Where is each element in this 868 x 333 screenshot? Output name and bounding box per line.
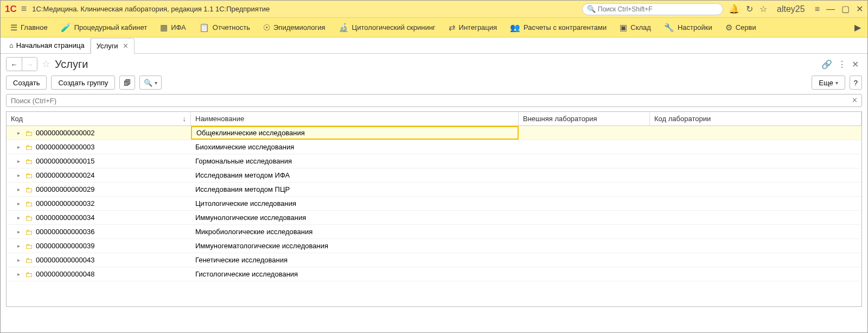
tab-services[interactable]: Услуги ✕ <box>91 38 135 54</box>
menu-cytology[interactable]: 🔬Цитологический скрининг <box>332 18 442 37</box>
menu-warehouse[interactable]: ▣Склад <box>613 18 658 37</box>
maximize-icon[interactable]: ▢ <box>841 4 850 14</box>
expand-icon[interactable]: ▸ <box>17 229 22 235</box>
nav-forward-button[interactable]: → <box>22 58 37 71</box>
menu-reports[interactable]: 📋Отчетность <box>193 18 257 37</box>
favorite-icon[interactable]: ☆ <box>42 58 50 70</box>
column-code[interactable]: Код ↓ <box>7 112 191 125</box>
cell-ext-lab <box>519 211 650 224</box>
cell-lab-code <box>650 154 861 168</box>
nav-back-button[interactable]: ← <box>7 58 22 71</box>
code-text: 000000000000043 <box>36 256 94 264</box>
close-window-icon[interactable]: ✕ <box>856 4 863 14</box>
filter-icon[interactable]: ≡ <box>815 4 820 14</box>
tab-home-label: Начальная страница <box>16 41 85 49</box>
table-row[interactable]: ▸🗀000000000000003Биохимические исследова… <box>7 140 861 154</box>
more-button[interactable]: Еще▾ <box>812 76 845 90</box>
star-icon[interactable]: ☆ <box>760 4 767 14</box>
expand-icon[interactable]: ▸ <box>17 186 22 192</box>
kebab-icon[interactable]: ⋮ <box>838 59 846 70</box>
folder-icon: 🗀 <box>25 270 33 279</box>
expand-icon[interactable]: ▸ <box>17 271 22 277</box>
code-text: 000000000000015 <box>36 157 94 165</box>
cell-code: ▸🗀000000000000029 <box>7 183 191 196</box>
expand-icon[interactable]: ▸ <box>17 200 22 206</box>
cell-code: ▸🗀000000000000002 <box>7 126 191 140</box>
expand-icon[interactable]: ▸ <box>17 130 22 136</box>
table-row[interactable]: ▸🗀000000000000043Генетические исследован… <box>7 253 861 267</box>
expand-icon[interactable]: ▸ <box>17 172 22 178</box>
boxes-icon: ▣ <box>620 23 627 33</box>
cell-ext-lab <box>519 183 650 196</box>
tab-home[interactable]: ⌂ Начальная страница <box>4 37 91 53</box>
code-text: 000000000000039 <box>36 242 94 250</box>
menu-scroll-right-icon[interactable]: ▶ <box>851 22 864 33</box>
expand-icon[interactable]: ▸ <box>17 144 22 150</box>
global-search[interactable]: 🔍 <box>582 3 723 15</box>
cell-ext-lab <box>519 197 650 210</box>
cell-lab-code <box>650 211 861 224</box>
cell-lab-code <box>650 225 861 238</box>
column-ext-lab[interactable]: Внешняя лаборатория <box>519 112 650 125</box>
table-row[interactable]: ▸🗀000000000000029Исследования методом ПЦ… <box>7 183 861 197</box>
username-label[interactable]: altey25 <box>777 4 805 14</box>
close-page-icon[interactable]: ✕ <box>852 59 859 70</box>
menu-procedure[interactable]: 🧪Процедурный кабинет <box>54 18 154 37</box>
expand-icon[interactable]: ▸ <box>17 257 22 263</box>
cell-ext-lab <box>519 126 650 140</box>
target-icon: ☉ <box>263 23 270 33</box>
table-row[interactable]: ▸🗀000000000000024Исследования методом ИФ… <box>7 168 861 183</box>
cell-name: Иммуногематологические исследования <box>191 239 519 253</box>
create-group-button[interactable]: Создать группу <box>51 76 115 90</box>
menu-service[interactable]: ⚙Серви <box>719 18 763 37</box>
column-name[interactable]: Наименование <box>191 112 519 125</box>
link-icon[interactable]: 🔗 <box>821 59 832 70</box>
table-row[interactable]: ▸🗀000000000000002Общеклинические исследо… <box>7 126 861 140</box>
cell-lab-code <box>650 267 861 281</box>
home-icon: ⌂ <box>9 41 14 49</box>
menu-integration[interactable]: ⇄Интеграция <box>442 18 504 37</box>
column-lab-code[interactable]: Код лаборатории <box>650 112 861 125</box>
clear-filter-icon[interactable]: ✕ <box>852 96 858 104</box>
expand-icon[interactable]: ▸ <box>17 243 22 249</box>
title-actions: 🔔 ↻ ☆ altey25 ≡ — ▢ ✕ <box>729 4 863 14</box>
cell-name: Общеклинические исследования <box>191 126 519 140</box>
menu-ifa[interactable]: ▦ИФА <box>154 18 193 37</box>
menu-main[interactable]: ☰Главное <box>4 18 54 37</box>
bell-icon[interactable]: 🔔 <box>729 4 739 14</box>
table-row[interactable]: ▸🗀000000000000015Гормональные исследован… <box>7 154 861 168</box>
minimize-icon[interactable]: — <box>826 4 835 14</box>
code-text: 000000000000003 <box>36 143 94 151</box>
sort-down-icon: ↓ <box>183 115 187 123</box>
table-row[interactable]: ▸🗀000000000000032Цитологические исследов… <box>7 197 861 211</box>
search-icon: 🔍 <box>587 5 596 13</box>
code-text: 000000000000032 <box>36 199 94 208</box>
table-row[interactable]: ▸🗀000000000000048Гистологические исследо… <box>7 267 861 281</box>
table-row[interactable]: ▸🗀000000000000036Микробиологические иссл… <box>7 225 861 239</box>
tab-close-icon[interactable]: ✕ <box>123 42 129 50</box>
history-icon[interactable]: ↻ <box>746 4 753 14</box>
menu-epidemiology[interactable]: ☉Эпидемиология <box>257 18 332 37</box>
find-button[interactable]: 🔍▾ <box>139 76 162 90</box>
global-search-input[interactable] <box>598 5 718 13</box>
cell-lab-code <box>650 253 861 267</box>
chevron-down-icon: ▾ <box>155 80 157 86</box>
microscope-icon: 🔬 <box>339 23 349 33</box>
help-button[interactable]: ? <box>850 76 862 90</box>
create-button[interactable]: Создать <box>6 76 47 90</box>
folder-icon: 🗀 <box>25 157 33 166</box>
menu-contracts[interactable]: 👥Расчеты с контрагентами <box>503 18 613 37</box>
table-search-input[interactable] <box>6 94 862 107</box>
cell-lab-code <box>650 197 861 210</box>
menu-settings[interactable]: 🔧Настройки <box>658 18 719 37</box>
table-row[interactable]: ▸🗀000000000000034Иммунологические исслед… <box>7 211 861 225</box>
cell-lab-code <box>650 140 861 154</box>
cell-name: Микробиологические исследования <box>191 225 519 238</box>
app-title: 1С:Медицина. Клиническая лаборатория, ре… <box>32 5 582 13</box>
main-menu-icon[interactable]: ≡ <box>21 3 27 15</box>
expand-icon[interactable]: ▸ <box>17 158 22 164</box>
cell-ext-lab <box>519 253 650 267</box>
table-row[interactable]: ▸🗀000000000000039Иммуногематологические … <box>7 239 861 253</box>
copy-button[interactable]: 🗐 <box>119 76 135 90</box>
expand-icon[interactable]: ▸ <box>17 215 22 221</box>
